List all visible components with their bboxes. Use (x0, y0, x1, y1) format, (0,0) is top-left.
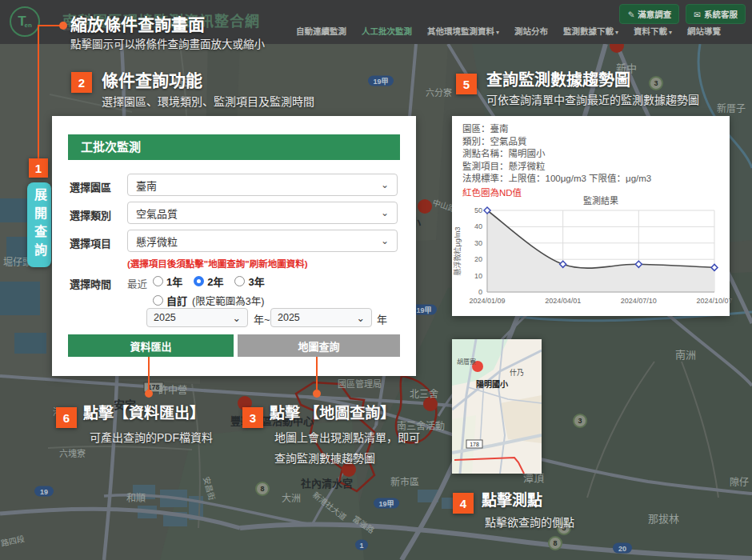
nav-item-other-env-data[interactable]: 其他環境監測資料▾ (427, 25, 499, 37)
connector-line (316, 357, 318, 390)
radio-circle[interactable] (153, 295, 163, 306)
svg-text:2024/04/01: 2024/04/01 (545, 297, 581, 305)
app-screen: 1919甲19甲19甲12033388178173 新中六分寮新厝子南洲隙仔那拔… (0, 0, 752, 560)
chevron-down-icon: ▾ (496, 29, 499, 36)
main-nav: 自動連續監測 人工批次監測 其他環境監測資料▾ 測站分布 監測數據下載▾ 資料下… (296, 25, 721, 37)
field-label-category: 選擇類別 (70, 207, 111, 222)
radio-1year[interactable]: 1年 (153, 274, 182, 289)
svg-text:潭頂: 潭頂 (523, 472, 544, 484)
nav-item-sitemap[interactable]: 網站導覽 (687, 25, 721, 37)
item-select[interactable]: 懸浮微粒⌄ (127, 230, 398, 252)
step5-title: 查詢監測數據趨勢圖 (486, 67, 630, 90)
nav-item-data-download[interactable]: 監測數據下載▾ (563, 25, 618, 37)
svg-text:178: 178 (470, 442, 479, 447)
step-3-badge: 3 (242, 407, 263, 428)
step-6-badge: 6 (56, 407, 77, 428)
svg-text:許中營: 許中營 (158, 384, 187, 396)
header-actions: ✎滿意調查 ✉系統客服 (619, 4, 746, 24)
system-support-button[interactable]: ✉系統客服 (686, 4, 746, 24)
svg-text:1: 1 (359, 542, 363, 550)
connector-dot (313, 390, 321, 398)
svg-text:2024/10/07: 2024/10/07 (696, 297, 732, 305)
data-export-button[interactable]: 資料匯出 (68, 334, 234, 357)
site-logo[interactable]: Ten (10, 6, 40, 37)
radio-3year[interactable]: 3年 (234, 274, 264, 289)
step-2-badge: 2 (71, 72, 92, 93)
nav-item-file-download[interactable]: 資料下載▾ (634, 25, 672, 37)
year-range-join: 年~ (254, 311, 270, 326)
year-from-select[interactable]: 2025⌄ (146, 308, 248, 327)
expand-query-button[interactable]: 展開查詢 (27, 182, 51, 267)
svg-text:50: 50 (474, 206, 482, 214)
connector-line (38, 25, 39, 158)
park-select[interactable]: 臺南⌄ (127, 174, 398, 196)
svg-text:大洲: 大洲 (282, 493, 301, 504)
chevron-down-icon: ⌄ (381, 237, 389, 245)
step2-subtitle: 選擇園區、環境類別、監測項目及監測時間 (102, 93, 314, 109)
svg-text:陽明國小: 陽明國小 (476, 379, 508, 389)
radio-circle[interactable] (194, 276, 204, 286)
svg-text:20: 20 (618, 545, 626, 553)
nav-item-auto-monitoring[interactable]: 自動連續監測 (296, 25, 346, 37)
trend-chart-panel: 園區：臺南 類別：空氣品質 測點名稱：陽明國小 監測項目：懸浮微粒 法規標準：上… (452, 116, 730, 316)
svg-text:8: 8 (260, 485, 264, 493)
category-select[interactable]: 空氣品質⌄ (127, 202, 398, 224)
svg-text:20: 20 (474, 255, 482, 263)
connector-line (148, 357, 150, 390)
year-to-select[interactable]: 2025⌄ (270, 308, 372, 327)
svg-text:2024/01/09: 2024/01/09 (469, 297, 505, 305)
custom-range-note: (限定範圍為3年) (192, 293, 264, 308)
svg-text:30: 30 (474, 239, 482, 247)
step6-title: 點擊【資料匯出】 (83, 401, 205, 422)
step6-subtitle: 可產出查詢的PDF檔資料 (90, 429, 213, 445)
svg-text:監測結果: 監測結果 (583, 195, 618, 206)
svg-text:什乃: 什乃 (510, 368, 524, 377)
chevron-down-icon: ⌄ (381, 181, 389, 189)
svg-text:那拔林: 那拔林 (648, 513, 679, 525)
satisfaction-survey-button[interactable]: ✎滿意調查 (619, 4, 679, 24)
radio-custom[interactable]: 自訂 (153, 293, 187, 308)
nav-item-manual-batch[interactable]: 人工批次監測 (362, 25, 412, 37)
svg-text:胡厝寮: 胡厝寮 (457, 358, 476, 366)
custom-radio-row: 自訂 (限定範圍為3年) (153, 293, 264, 308)
info-station: 測點名稱：陽明國小 (462, 148, 651, 161)
nav-item-station-map[interactable]: 測站分布 (514, 25, 548, 37)
svg-text:2024/07/10: 2024/07/10 (621, 297, 657, 305)
chevron-down-icon: ⌄ (233, 312, 241, 324)
info-item: 監測項目：懸浮微粒 (462, 161, 651, 174)
svg-text:19甲: 19甲 (373, 78, 388, 86)
svg-text:新厝子: 新厝子 (717, 102, 746, 114)
recent-label: 最近 (127, 276, 147, 291)
info-category: 類別：空氣品質 (462, 136, 651, 149)
step2-title: 條件查詢功能 (102, 67, 202, 91)
svg-text:0: 0 (478, 288, 482, 296)
svg-text:和順: 和順 (126, 493, 146, 504)
svg-text:南洲: 南洲 (675, 349, 696, 361)
station-minimap[interactable]: 178 胡厝寮什乃陽明國小 (452, 339, 542, 474)
svg-text:隙仔: 隙仔 (730, 477, 749, 488)
radio-circle[interactable] (153, 276, 163, 286)
radio-circle[interactable] (234, 276, 245, 286)
chevron-down-icon: ▾ (615, 29, 618, 36)
chevron-down-icon: ▾ (669, 29, 672, 36)
step-5-badge: 5 (456, 74, 477, 94)
refresh-note: (選擇項目後須點擊"地圖查詢"刷新地圖資料) (127, 257, 308, 270)
info-park: 園區：臺南 (462, 123, 651, 136)
step1-subtitle: 點擊圖示可以將條件查詢畫面放大或縮小 (70, 35, 265, 51)
svg-text:懸浮微粒μg/m3: 懸浮微粒μg/m3 (453, 226, 462, 275)
chevron-down-icon: ⌄ (357, 312, 365, 324)
step3-subtitle-line1: 地圖上會出現測點清單，即可 (274, 429, 420, 445)
edit-icon: ✎ (627, 10, 634, 19)
connector-dot (145, 390, 153, 398)
step-4-badge: 4 (453, 493, 474, 514)
chart-info-block: 園區：臺南 類別：空氣品質 測點名稱：陽明國小 監測項目：懸浮微粒 法規標準：上… (462, 123, 651, 186)
svg-text:8: 8 (553, 539, 557, 547)
svg-text:19甲: 19甲 (378, 500, 394, 508)
step1-title: 縮放條件查詢畫面 (70, 11, 205, 35)
svg-text:六分寮: 六分寮 (426, 87, 452, 98)
field-label-park: 選擇園區 (70, 179, 111, 194)
road-badge-178: 178 (466, 440, 482, 448)
radio-2year[interactable]: 2年 (194, 274, 223, 289)
svg-text:40: 40 (474, 222, 482, 230)
map-query-button[interactable]: 地圖查詢 (238, 334, 400, 357)
